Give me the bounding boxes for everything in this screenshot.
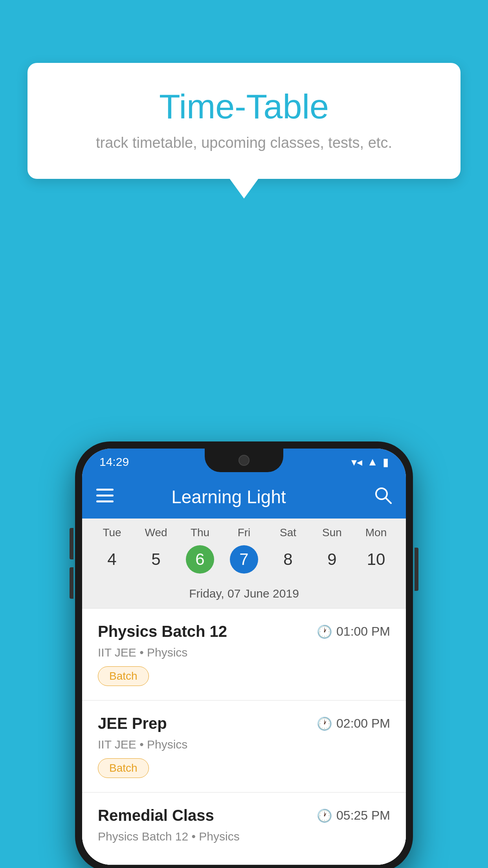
day-name: Sun [322,526,342,539]
schedule-list: Physics Batch 12🕐01:00 PMIIT JEE • Physi… [82,609,406,865]
day-column-7[interactable]: Fri7 [224,526,264,581]
day-column-8[interactable]: Sat8 [268,526,308,581]
wifi-icon: ▾◂ [351,456,362,469]
schedule-item-meta: Physics Batch 12 • Physics [98,830,390,843]
phone-notch [205,449,283,472]
day-number: 5 [142,545,170,574]
day-number: 9 [318,545,346,574]
power-button [415,548,418,591]
phone-screen: 14:29 ▾◂ ▲ ▮ Learning Light [82,449,406,865]
svg-line-4 [385,498,391,503]
schedule-item-header: JEE Prep🕐02:00 PM [98,715,390,732]
day-number: 10 [362,545,390,574]
day-column-9[interactable]: Sun9 [312,526,352,581]
day-name: Sat [280,526,296,539]
tooltip-title: Time-Table [59,86,429,127]
phone-wrapper: 14:29 ▾◂ ▲ ▮ Learning Light [75,441,413,868]
battery-icon: ▮ [383,456,389,469]
schedule-item-header: Remedial Class🕐05:25 PM [98,807,390,824]
camera-icon [238,455,250,466]
day-column-4[interactable]: Tue4 [92,526,132,581]
status-time: 14:29 [99,455,129,469]
day-number: 7 [230,545,258,574]
schedule-item-title: Physics Batch 12 [98,623,227,640]
tooltip-subtitle: track timetable, upcoming classes, tests… [59,134,429,151]
days-row: Tue4Wed5Thu6Fri7Sat8Sun9Mon10 [82,526,406,581]
batch-badge: Batch [98,666,149,686]
schedule-item-meta: IIT JEE • Physics [98,738,390,751]
volume-down-button [70,567,73,599]
status-icons: ▾◂ ▲ ▮ [351,456,389,469]
schedule-item-time: 🕐02:00 PM [317,716,390,731]
schedule-item[interactable]: Remedial Class🕐05:25 PMPhysics Batch 12 … [82,793,406,865]
day-name: Wed [145,526,167,539]
phone-outer: 14:29 ▾◂ ▲ ▮ Learning Light [75,441,413,868]
day-column-5[interactable]: Wed5 [136,526,176,581]
schedule-item[interactable]: Physics Batch 12🕐01:00 PMIIT JEE • Physi… [82,609,406,701]
calendar-strip: Tue4Wed5Thu6Fri7Sat8Sun9Mon10 Friday, 07… [82,519,406,609]
signal-icon: ▲ [367,456,378,468]
day-name: Tue [103,526,121,539]
schedule-item[interactable]: JEE Prep🕐02:00 PMIIT JEE • PhysicsBatch [82,701,406,793]
clock-icon: 🕐 [317,716,332,731]
schedule-item-time: 🕐05:25 PM [317,808,390,823]
app-bar-title: Learning Light [96,486,361,508]
volume-up-button [70,528,73,559]
day-number: 8 [274,545,302,574]
selected-date-label: Friday, 07 June 2019 [82,581,406,609]
schedule-item-title: JEE Prep [98,715,167,732]
app-bar: Learning Light [82,475,406,519]
search-icon[interactable] [374,486,392,508]
day-name: Fri [238,526,251,539]
day-number: 4 [98,545,126,574]
day-number: 6 [186,545,214,574]
day-column-10[interactable]: Mon10 [356,526,396,581]
day-name: Thu [191,526,209,539]
day-name: Mon [365,526,387,539]
schedule-item-time: 🕐01:00 PM [317,624,390,639]
schedule-item-title: Remedial Class [98,807,214,824]
clock-icon: 🕐 [317,624,332,639]
clock-icon: 🕐 [317,808,332,823]
day-column-6[interactable]: Thu6 [180,526,220,581]
schedule-item-header: Physics Batch 12🕐01:00 PM [98,623,390,640]
tooltip-card: Time-Table track timetable, upcoming cla… [28,63,460,179]
batch-badge: Batch [98,758,149,778]
schedule-item-meta: IIT JEE • Physics [98,646,390,659]
